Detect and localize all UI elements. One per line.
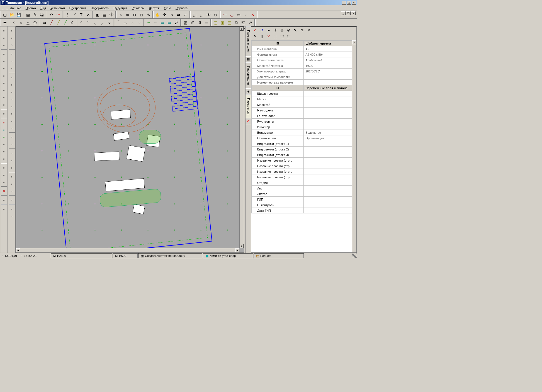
win1-button[interactable]: ▣	[94, 12, 101, 18]
curve1-button[interactable]: ◜	[78, 20, 84, 26]
menu-чертёж[interactable]: Чертёж	[147, 6, 162, 10]
menu-окно[interactable]: Окно	[162, 6, 173, 10]
property-row[interactable]: Ориентация листаАльбомный	[252, 57, 352, 63]
property-value[interactable]	[304, 158, 352, 163]
status-project[interactable]: ▣ Коми-св-угол-сбор	[203, 253, 253, 258]
sq-y-button[interactable]: ▢	[212, 20, 219, 26]
open-button[interactable]: 📂	[9, 12, 15, 18]
status-scale-1[interactable]: М 1:2326	[51, 253, 112, 258]
property-row[interactable]: Название проекта (стр...	[252, 158, 352, 163]
sq-yt-button[interactable]: ▤	[226, 20, 233, 26]
surf-d-button[interactable]: ▫	[1, 72, 7, 79]
mdi-close-button[interactable]: ✕	[351, 11, 356, 15]
tool-z-button[interactable]: ▫	[8, 188, 15, 194]
edit-h-button[interactable]: ▫	[8, 125, 15, 132]
panel-cursor2-button[interactable]: ↖	[252, 33, 258, 39]
comb2-button[interactable]: ▫	[8, 134, 15, 140]
status-template[interactable]: ▦ Создать чертеж по шаблону	[138, 253, 202, 258]
menu-размеры[interactable]: Размеры	[130, 6, 147, 10]
pent-button[interactable]: ⬠	[32, 20, 38, 26]
sq-ar-button[interactable]: ↗	[247, 20, 254, 26]
minimize-button[interactable]: _	[342, 1, 346, 5]
property-value[interactable]	[304, 186, 352, 191]
win2-button[interactable]: ▤	[101, 12, 108, 18]
curve3-button[interactable]: ◟	[92, 20, 98, 26]
property-value[interactable]: Ведомство	[304, 130, 352, 135]
undo-button[interactable]: ↶	[48, 12, 54, 18]
property-row[interactable]: Стадия	[252, 180, 352, 186]
pt-button[interactable]: ▫	[8, 35, 15, 41]
property-value[interactable]: Организация	[304, 135, 352, 141]
arc-l-button[interactable]: ◡	[229, 12, 235, 18]
property-row[interactable]: Вид съемки (строка 3)	[252, 152, 352, 158]
edge2-button[interactable]: ⌓	[122, 20, 128, 26]
zoom-out-button[interactable]: ⊖	[131, 12, 138, 18]
proj-open-button[interactable]: ▫	[1, 27, 7, 34]
property-row[interactable]: Гл. технолог	[252, 113, 352, 119]
panel-rotate-b-button[interactable]: ↺	[259, 27, 265, 33]
edit-g-button[interactable]: ▫	[8, 118, 15, 124]
property-value[interactable]	[304, 96, 352, 102]
property-row[interactable]: Лист	[252, 186, 352, 191]
rect-r-button[interactable]: ▭	[235, 12, 242, 18]
sq-yl-button[interactable]: ▣	[219, 20, 226, 26]
property-row[interactable]: Листов	[252, 191, 352, 197]
scroll-down-button[interactable]: ▼	[240, 244, 244, 248]
property-value[interactable]	[304, 147, 352, 152]
property-row[interactable]: Вид съемки (строка 2)	[252, 147, 352, 152]
property-row[interactable]: Номер чертежа на схеме	[252, 80, 352, 85]
ruler-x-button[interactable]: ▫	[8, 197, 15, 203]
x-red-button[interactable]: ✕	[1, 188, 7, 194]
property-row[interactable]: Рук. группы	[252, 119, 352, 124]
eye-button[interactable]: ⊙	[212, 12, 219, 18]
menu-установки[interactable]: Установки	[48, 6, 67, 10]
plus-pt-button[interactable]: ✛	[2, 20, 8, 26]
property-row[interactable]: Масса	[252, 96, 352, 102]
hatch-button[interactable]: ▨	[182, 20, 189, 26]
property-value[interactable]	[304, 80, 352, 85]
tab-projects-layers[interactable]: Проекты и слои	[246, 26, 251, 56]
property-value[interactable]	[304, 108, 352, 113]
property-value[interactable]	[304, 191, 352, 197]
panel-x-button[interactable]: ✕	[306, 27, 312, 33]
property-value[interactable]	[304, 180, 352, 186]
box-button[interactable]: ▫	[8, 65, 15, 72]
ruler-y-button[interactable]: ▫	[8, 206, 15, 212]
curve5-button[interactable]: ∿	[106, 20, 112, 26]
sel2-button[interactable]: ⬚	[198, 12, 205, 18]
x2-button[interactable]: ▫	[8, 141, 15, 148]
property-value[interactable]	[304, 91, 352, 96]
property-value[interactable]	[304, 119, 352, 124]
menu-правка[interactable]: Правка	[23, 6, 38, 10]
b-cyan-button[interactable]: ▫	[1, 126, 7, 133]
info-button[interactable]: ⓘ	[108, 12, 115, 18]
scroll-left-button[interactable]: ◀	[16, 248, 20, 252]
property-value[interactable]: Альбомный	[304, 57, 352, 63]
cyan-a-button[interactable]: ▭	[159, 20, 166, 26]
property-value[interactable]	[304, 202, 352, 208]
property-row[interactable]: Формат листаA2 420 x 594	[252, 52, 352, 57]
property-value[interactable]	[304, 74, 352, 80]
tool-b-button[interactable]: ▫	[1, 172, 7, 178]
view-button[interactable]: 👁	[205, 12, 212, 18]
tab-icon-1[interactable]: ▦	[246, 56, 251, 62]
edge3-button[interactable]: ⌢	[129, 20, 135, 26]
tool-c-button[interactable]: ▫	[1, 179, 7, 186]
property-value[interactable]: 282°36'26''	[304, 69, 352, 74]
panel-play-button[interactable]: ▸	[266, 27, 272, 33]
pts-button[interactable]: ⁘	[8, 42, 15, 48]
new-button[interactable]: ▢	[2, 12, 8, 18]
menu-данные[interactable]: Данные	[8, 6, 23, 10]
menu-поверхность[interactable]: Поверхность	[89, 6, 111, 10]
comb-button[interactable]: ▫	[1, 110, 7, 117]
prop-scroll-up[interactable]: ▲	[352, 40, 356, 44]
surf-f-button[interactable]: ▫	[1, 87, 7, 94]
zoom-in-button[interactable]: ⊕	[124, 12, 131, 18]
property-row[interactable]: Дата ГИП	[252, 208, 352, 213]
tool-y-button[interactable]: ▫	[8, 181, 15, 187]
status-relief[interactable]: ▤ Рельеф	[254, 253, 304, 258]
edit-c-button[interactable]: ▫	[8, 89, 15, 95]
property-value[interactable]	[304, 208, 352, 213]
dots1-button[interactable]: ⋮	[64, 12, 71, 18]
sq-cp-button[interactable]: ⿻	[240, 20, 247, 26]
